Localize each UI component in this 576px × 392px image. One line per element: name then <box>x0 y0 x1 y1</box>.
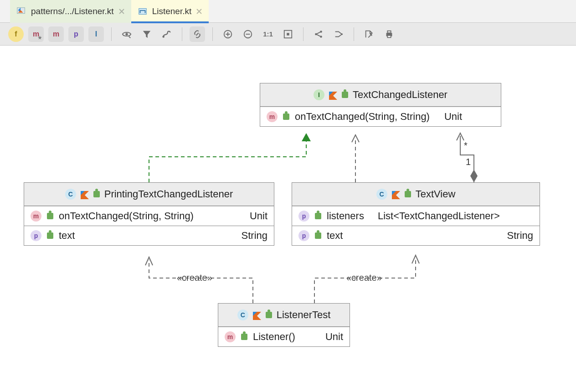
property-type: String <box>507 230 533 242</box>
class-icon: C <box>65 189 76 200</box>
diagram-canvas[interactable]: I TextChangedListener m onTextChanged(St… <box>0 46 576 392</box>
tab-patterns-listener[interactable]: patterns/.../Listener.kt <box>10 0 131 23</box>
filter-fields-button[interactable]: f <box>8 26 24 42</box>
public-icon <box>93 191 100 197</box>
kotlin-icon <box>392 190 400 198</box>
print-button[interactable] <box>381 26 397 42</box>
zoom-in-button[interactable] <box>220 26 236 42</box>
public-icon <box>315 232 321 239</box>
class-printingtextchangedlistener[interactable]: C PrintingTextChangedListener m onTextCh… <box>24 182 274 246</box>
method-type: Unit <box>325 331 343 343</box>
method-icon: m <box>225 331 236 342</box>
separator <box>111 27 112 41</box>
fit-screen-button[interactable] <box>280 26 296 42</box>
close-icon[interactable] <box>196 8 202 15</box>
method-type: Unit <box>444 111 462 123</box>
property-icon: p <box>298 211 309 222</box>
export-button[interactable] <box>361 26 377 42</box>
class-name: TextView <box>416 188 456 200</box>
filter-properties-button[interactable]: p <box>68 26 84 42</box>
method-type: Unit <box>250 210 267 222</box>
share-icon <box>314 29 324 39</box>
method-icon: m <box>31 211 41 222</box>
separator <box>182 27 182 41</box>
property-type: List<TextChangedListener> <box>378 210 500 222</box>
export-icon <box>364 29 374 39</box>
public-icon <box>283 113 289 120</box>
class-method[interactable]: m Listener() Unit <box>218 327 350 346</box>
class-title: I TextChangedListener <box>260 83 501 107</box>
public-icon <box>241 334 247 340</box>
public-icon <box>342 92 348 98</box>
class-icon: C <box>376 189 387 200</box>
class-method[interactable]: m onTextChanged(String, String) Unit <box>24 206 274 226</box>
close-icon[interactable] <box>118 8 125 15</box>
class-property[interactable]: p text String <box>292 226 540 245</box>
class-title: C TextView <box>292 183 540 206</box>
method-signature: onTextChanged(String, String) <box>295 111 430 123</box>
kotlin-icon <box>81 190 89 198</box>
tab-label: Listener.kt <box>152 6 192 16</box>
layout-button[interactable] <box>159 26 175 42</box>
visibility-button[interactable] <box>119 26 134 42</box>
class-name: PrintingTextChangedListener <box>104 188 233 200</box>
class-name: ListenerTest <box>277 309 331 321</box>
class-icon: C <box>237 309 248 320</box>
class-method[interactable]: m onTextChanged(String, String) Unit <box>260 107 501 126</box>
printer-icon <box>384 29 394 39</box>
svg-point-11 <box>341 33 343 35</box>
public-icon <box>405 191 411 197</box>
class-property[interactable]: p listeners List<TextChangedListener> <box>292 206 540 226</box>
eye-icon <box>122 29 132 39</box>
property-icon: p <box>31 230 41 241</box>
tab-strip: patterns/.../Listener.kt Listener.kt <box>0 0 576 23</box>
svg-point-3 <box>162 36 165 38</box>
merge-button[interactable] <box>331 26 346 42</box>
class-title: C PrintingTextChangedListener <box>24 183 274 206</box>
method-signature: Listener() <box>253 331 295 343</box>
share-button[interactable] <box>311 26 326 42</box>
interface-icon: I <box>314 89 324 100</box>
kotlin-file-icon <box>16 6 26 16</box>
class-name: TextChangedListener <box>353 89 447 101</box>
edge-multiplicity-star: * <box>464 140 468 151</box>
filter-interfaces-button[interactable]: I <box>88 26 104 42</box>
filter-button[interactable] <box>139 26 154 42</box>
edge-multiplicity-one: 1 <box>466 157 471 167</box>
class-property[interactable]: p text String <box>24 226 274 245</box>
public-icon <box>266 312 272 318</box>
zoom-in-icon <box>223 29 233 39</box>
class-textchangedlistener[interactable]: I TextChangedListener m onTextChanged(St… <box>260 83 501 127</box>
link-icon <box>192 29 202 39</box>
tab-label: patterns/.../Listener.kt <box>31 6 114 16</box>
method-signature: onTextChanged(String, String) <box>59 210 194 222</box>
svg-rect-14 <box>387 35 391 37</box>
property-name: listeners <box>327 210 364 222</box>
tab-listener-diagram[interactable]: Listener.kt <box>131 0 209 23</box>
link-button[interactable] <box>190 26 205 42</box>
property-icon: p <box>298 230 309 241</box>
separator <box>354 27 354 41</box>
filter-methods-button[interactable]: m <box>48 26 64 42</box>
diagram-file-icon <box>138 6 148 16</box>
class-textview[interactable]: C TextView p listeners List<TextChangedL… <box>292 182 540 246</box>
funnel-icon <box>142 29 152 39</box>
zoom-reset-button[interactable]: 1:1 <box>260 26 276 42</box>
public-icon <box>315 213 321 219</box>
one-to-one-icon: 1:1 <box>263 30 273 38</box>
public-icon <box>47 232 53 239</box>
method-icon: m <box>267 111 278 122</box>
zoom-out-button[interactable] <box>240 26 256 42</box>
public-icon <box>47 213 53 219</box>
svg-rect-13 <box>387 31 391 33</box>
class-listenertest[interactable]: C ListenerTest m Listener() Unit <box>218 303 350 347</box>
edge-label-create-left: «create» <box>177 273 212 283</box>
filter-methods-star-button[interactable]: m★ <box>28 26 44 42</box>
svg-point-2 <box>125 33 128 36</box>
separator <box>303 27 303 41</box>
property-type: String <box>242 230 267 242</box>
separator <box>212 27 213 41</box>
edge-label-create-right: «create» <box>346 273 382 283</box>
merge-icon <box>334 29 344 39</box>
zoom-out-icon <box>243 29 253 39</box>
